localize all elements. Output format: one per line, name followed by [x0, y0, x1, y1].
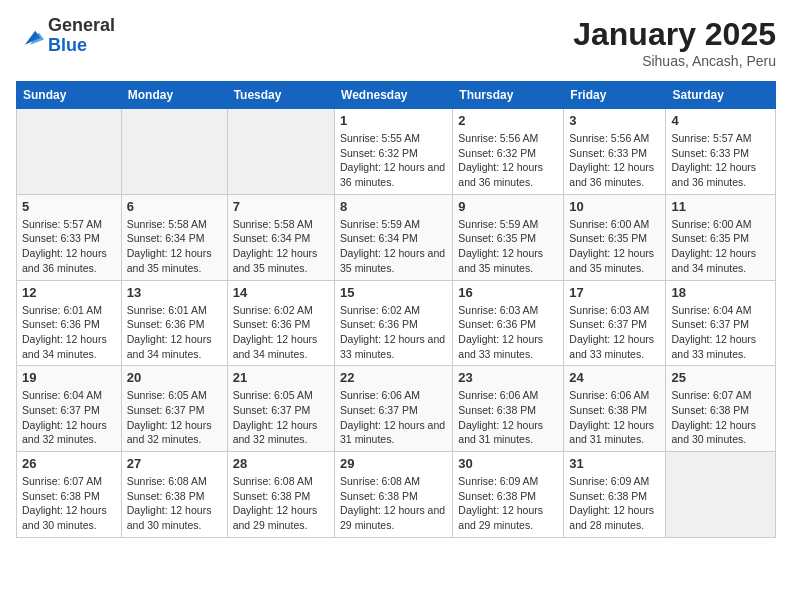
day-info: Sunrise: 6:06 AMSunset: 6:38 PMDaylight:… — [569, 388, 660, 447]
calendar-week-row: 1Sunrise: 5:55 AMSunset: 6:32 PMDaylight… — [17, 109, 776, 195]
day-info: Sunrise: 6:07 AMSunset: 6:38 PMDaylight:… — [22, 474, 116, 533]
calendar-cell: 16Sunrise: 6:03 AMSunset: 6:36 PMDayligh… — [453, 280, 564, 366]
weekday-header-row: SundayMondayTuesdayWednesdayThursdayFrid… — [17, 82, 776, 109]
calendar-cell: 20Sunrise: 6:05 AMSunset: 6:37 PMDayligh… — [121, 366, 227, 452]
calendar-cell: 18Sunrise: 6:04 AMSunset: 6:37 PMDayligh… — [666, 280, 776, 366]
calendar-subtitle: Sihuas, Ancash, Peru — [573, 53, 776, 69]
calendar-cell: 14Sunrise: 6:02 AMSunset: 6:36 PMDayligh… — [227, 280, 334, 366]
day-number: 13 — [127, 285, 222, 300]
day-number: 31 — [569, 456, 660, 471]
calendar-cell: 19Sunrise: 6:04 AMSunset: 6:37 PMDayligh… — [17, 366, 122, 452]
calendar-week-row: 26Sunrise: 6:07 AMSunset: 6:38 PMDayligh… — [17, 452, 776, 538]
calendar-cell: 12Sunrise: 6:01 AMSunset: 6:36 PMDayligh… — [17, 280, 122, 366]
calendar-title: January 2025 — [573, 16, 776, 53]
calendar-cell: 5Sunrise: 5:57 AMSunset: 6:33 PMDaylight… — [17, 194, 122, 280]
calendar-cell — [17, 109, 122, 195]
calendar-cell: 27Sunrise: 6:08 AMSunset: 6:38 PMDayligh… — [121, 452, 227, 538]
calendar-week-row: 12Sunrise: 6:01 AMSunset: 6:36 PMDayligh… — [17, 280, 776, 366]
day-number: 18 — [671, 285, 770, 300]
day-info: Sunrise: 6:07 AMSunset: 6:38 PMDaylight:… — [671, 388, 770, 447]
calendar-cell: 15Sunrise: 6:02 AMSunset: 6:36 PMDayligh… — [335, 280, 453, 366]
day-number: 6 — [127, 199, 222, 214]
calendar-cell: 25Sunrise: 6:07 AMSunset: 6:38 PMDayligh… — [666, 366, 776, 452]
calendar-cell: 30Sunrise: 6:09 AMSunset: 6:38 PMDayligh… — [453, 452, 564, 538]
day-number: 21 — [233, 370, 329, 385]
calendar-cell: 13Sunrise: 6:01 AMSunset: 6:36 PMDayligh… — [121, 280, 227, 366]
day-number: 20 — [127, 370, 222, 385]
calendar-cell: 1Sunrise: 5:55 AMSunset: 6:32 PMDaylight… — [335, 109, 453, 195]
calendar-cell: 6Sunrise: 5:58 AMSunset: 6:34 PMDaylight… — [121, 194, 227, 280]
day-info: Sunrise: 5:58 AMSunset: 6:34 PMDaylight:… — [127, 217, 222, 276]
day-info: Sunrise: 6:09 AMSunset: 6:38 PMDaylight:… — [458, 474, 558, 533]
day-info: Sunrise: 6:04 AMSunset: 6:37 PMDaylight:… — [22, 388, 116, 447]
day-number: 10 — [569, 199, 660, 214]
day-number: 2 — [458, 113, 558, 128]
calendar-cell: 26Sunrise: 6:07 AMSunset: 6:38 PMDayligh… — [17, 452, 122, 538]
day-number: 11 — [671, 199, 770, 214]
day-info: Sunrise: 5:57 AMSunset: 6:33 PMDaylight:… — [22, 217, 116, 276]
logo-text: General Blue — [48, 16, 115, 56]
day-number: 27 — [127, 456, 222, 471]
day-info: Sunrise: 5:56 AMSunset: 6:32 PMDaylight:… — [458, 131, 558, 190]
day-info: Sunrise: 6:05 AMSunset: 6:37 PMDaylight:… — [233, 388, 329, 447]
calendar-cell: 22Sunrise: 6:06 AMSunset: 6:37 PMDayligh… — [335, 366, 453, 452]
day-number: 12 — [22, 285, 116, 300]
day-number: 15 — [340, 285, 447, 300]
calendar-cell — [666, 452, 776, 538]
day-number: 4 — [671, 113, 770, 128]
day-info: Sunrise: 6:08 AMSunset: 6:38 PMDaylight:… — [340, 474, 447, 533]
day-info: Sunrise: 6:03 AMSunset: 6:37 PMDaylight:… — [569, 303, 660, 362]
calendar-cell — [227, 109, 334, 195]
weekday-header-thursday: Thursday — [453, 82, 564, 109]
day-info: Sunrise: 6:04 AMSunset: 6:37 PMDaylight:… — [671, 303, 770, 362]
day-info: Sunrise: 6:09 AMSunset: 6:38 PMDaylight:… — [569, 474, 660, 533]
day-number: 3 — [569, 113, 660, 128]
day-number: 17 — [569, 285, 660, 300]
day-info: Sunrise: 6:02 AMSunset: 6:36 PMDaylight:… — [233, 303, 329, 362]
day-info: Sunrise: 6:00 AMSunset: 6:35 PMDaylight:… — [569, 217, 660, 276]
calendar-cell: 28Sunrise: 6:08 AMSunset: 6:38 PMDayligh… — [227, 452, 334, 538]
calendar-cell: 31Sunrise: 6:09 AMSunset: 6:38 PMDayligh… — [564, 452, 666, 538]
day-info: Sunrise: 6:06 AMSunset: 6:38 PMDaylight:… — [458, 388, 558, 447]
calendar-week-row: 5Sunrise: 5:57 AMSunset: 6:33 PMDaylight… — [17, 194, 776, 280]
weekday-header-friday: Friday — [564, 82, 666, 109]
calendar-cell: 11Sunrise: 6:00 AMSunset: 6:35 PMDayligh… — [666, 194, 776, 280]
calendar-body: 1Sunrise: 5:55 AMSunset: 6:32 PMDaylight… — [17, 109, 776, 538]
calendar-header: SundayMondayTuesdayWednesdayThursdayFrid… — [17, 82, 776, 109]
day-number: 26 — [22, 456, 116, 471]
day-info: Sunrise: 6:00 AMSunset: 6:35 PMDaylight:… — [671, 217, 770, 276]
page-header: General Blue January 2025 Sihuas, Ancash… — [16, 16, 776, 69]
weekday-header-monday: Monday — [121, 82, 227, 109]
day-number: 28 — [233, 456, 329, 471]
day-number: 25 — [671, 370, 770, 385]
weekday-header-saturday: Saturday — [666, 82, 776, 109]
day-info: Sunrise: 6:05 AMSunset: 6:37 PMDaylight:… — [127, 388, 222, 447]
day-number: 24 — [569, 370, 660, 385]
day-info: Sunrise: 6:01 AMSunset: 6:36 PMDaylight:… — [22, 303, 116, 362]
weekday-header-sunday: Sunday — [17, 82, 122, 109]
day-number: 7 — [233, 199, 329, 214]
calendar-cell: 9Sunrise: 5:59 AMSunset: 6:35 PMDaylight… — [453, 194, 564, 280]
calendar-cell: 29Sunrise: 6:08 AMSunset: 6:38 PMDayligh… — [335, 452, 453, 538]
calendar-week-row: 19Sunrise: 6:04 AMSunset: 6:37 PMDayligh… — [17, 366, 776, 452]
day-info: Sunrise: 6:03 AMSunset: 6:36 PMDaylight:… — [458, 303, 558, 362]
logo-icon — [16, 22, 44, 50]
calendar-cell: 10Sunrise: 6:00 AMSunset: 6:35 PMDayligh… — [564, 194, 666, 280]
day-number: 30 — [458, 456, 558, 471]
calendar-cell: 21Sunrise: 6:05 AMSunset: 6:37 PMDayligh… — [227, 366, 334, 452]
day-info: Sunrise: 5:56 AMSunset: 6:33 PMDaylight:… — [569, 131, 660, 190]
calendar-cell: 2Sunrise: 5:56 AMSunset: 6:32 PMDaylight… — [453, 109, 564, 195]
day-number: 23 — [458, 370, 558, 385]
day-number: 22 — [340, 370, 447, 385]
day-info: Sunrise: 6:08 AMSunset: 6:38 PMDaylight:… — [233, 474, 329, 533]
day-info: Sunrise: 5:59 AMSunset: 6:34 PMDaylight:… — [340, 217, 447, 276]
logo-general: General — [48, 15, 115, 35]
day-info: Sunrise: 5:59 AMSunset: 6:35 PMDaylight:… — [458, 217, 558, 276]
calendar-cell: 8Sunrise: 5:59 AMSunset: 6:34 PMDaylight… — [335, 194, 453, 280]
logo-blue: Blue — [48, 35, 87, 55]
title-block: January 2025 Sihuas, Ancash, Peru — [573, 16, 776, 69]
calendar-cell: 7Sunrise: 5:58 AMSunset: 6:34 PMDaylight… — [227, 194, 334, 280]
weekday-header-tuesday: Tuesday — [227, 82, 334, 109]
calendar-cell — [121, 109, 227, 195]
day-number: 29 — [340, 456, 447, 471]
